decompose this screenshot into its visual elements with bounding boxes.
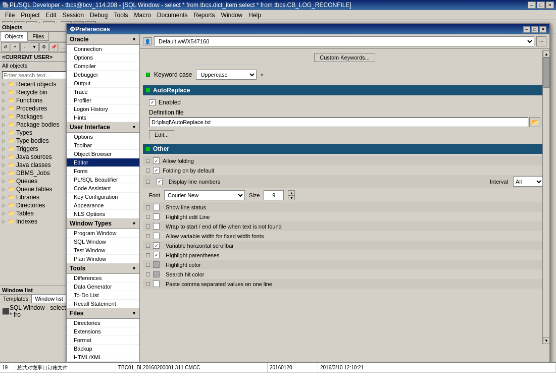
prefs-options[interactable]: Options	[67, 53, 139, 62]
prefs-object-browser[interactable]: Object Browser	[67, 150, 139, 158]
add-btn[interactable]: +	[11, 42, 20, 51]
size-up-btn[interactable]: ▲	[288, 190, 295, 195]
tree-item-java-sources[interactable]: ▷ 📁 Java sources	[0, 153, 70, 161]
prefs-plsql-beautifier[interactable]: PL/SQL Beautifier	[67, 176, 139, 184]
profile-menu-btn[interactable]: ···	[536, 36, 546, 46]
prefs-editor[interactable]: Editor	[67, 158, 139, 167]
pin2-btn[interactable]: 📌	[49, 42, 58, 51]
tab-templates[interactable]: Templates	[0, 295, 32, 303]
edit-btn[interactable]: Edit...	[149, 130, 174, 139]
prefs-hints[interactable]: Hints	[67, 114, 139, 122]
search-hit-checkbox[interactable]	[153, 271, 160, 277]
prefs-differences[interactable]: Differences	[67, 274, 139, 283]
prefs-program-window[interactable]: Program Window	[67, 229, 139, 238]
tab-files[interactable]: Files	[28, 32, 48, 41]
tree-item-procedures[interactable]: ▷ 📁 Procedures	[0, 104, 70, 113]
scroll-thumb[interactable]	[543, 58, 549, 88]
menu-file[interactable]: File	[2, 11, 18, 20]
highlight-color-checkbox[interactable]	[153, 261, 160, 268]
prefs-sql-window[interactable]: SQL Window	[67, 238, 139, 246]
prefs-profiler[interactable]: Profiler	[67, 96, 139, 105]
menu-help[interactable]: Help	[245, 11, 264, 20]
highlight-parens-checkbox[interactable]	[153, 252, 160, 258]
prefs-appearance[interactable]: Appearance	[67, 201, 139, 210]
menu-tools[interactable]: Tools	[111, 11, 131, 20]
size-down-btn[interactable]: ▼	[288, 195, 295, 200]
tree-item-java-classes[interactable]: ▷ 📁 Java classes	[0, 161, 70, 169]
prefs-recall-statement[interactable]: Recall Statement	[67, 300, 139, 308]
menu-debug[interactable]: Debug	[87, 11, 111, 20]
prefs-ui-options[interactable]: Options	[67, 133, 139, 141]
refresh-btn[interactable]: ↺	[1, 42, 10, 51]
browse-btn[interactable]: 📂	[529, 117, 540, 127]
prefs-section-user-interface[interactable]: User Interface ▼	[67, 122, 139, 133]
prefs-directories[interactable]: Directories	[67, 319, 139, 327]
tree-item-queues[interactable]: ▷ 📁 Queues	[0, 177, 70, 185]
interval-select[interactable]: All	[513, 177, 543, 187]
keyword-case-select[interactable]: Uppercase	[196, 70, 257, 80]
prefs-fonts[interactable]: Fonts	[67, 167, 139, 176]
remove-btn[interactable]: -	[20, 42, 29, 51]
highlight-edit-checkbox[interactable]	[153, 213, 160, 220]
prefs-debugger[interactable]: Debugger	[67, 71, 139, 79]
prefs-backup[interactable]: Backup	[67, 345, 139, 353]
tree-item-package-bodies[interactable]: ▷ 📁 Package bodies	[0, 121, 70, 129]
scroll-up-btn[interactable]: ▲	[543, 50, 549, 58]
font-size-input[interactable]	[264, 190, 284, 200]
prefs-code-assistant[interactable]: Code Assistant	[67, 184, 139, 193]
prefs-key-configuration[interactable]: Key Configuration	[67, 193, 139, 201]
tree-item-libraries[interactable]: ▷ 📁 Libraries	[0, 193, 70, 201]
menu-macro[interactable]: Macro	[131, 11, 154, 20]
menu-project[interactable]: Project	[18, 11, 42, 20]
props-btn[interactable]: ⚙	[39, 42, 48, 51]
tree-item-type-bodies[interactable]: ▷ 📁 Type bodies	[0, 137, 70, 145]
prefs-plan-window[interactable]: Plan Window	[67, 255, 139, 263]
prefs-section-tools[interactable]: Tools ▼	[67, 263, 139, 274]
autoreplace-enabled-checkbox[interactable]	[149, 99, 156, 106]
prefs-output[interactable]: Output	[67, 79, 139, 88]
line-numbers-checkbox[interactable]	[156, 179, 163, 185]
prefs-format[interactable]: Format	[67, 336, 139, 345]
folding-default-checkbox[interactable]	[153, 167, 160, 174]
tree-item-indexes[interactable]: ▷ 📁 Indexes	[0, 217, 70, 226]
menu-window[interactable]: Window	[218, 11, 246, 20]
prefs-ui-toolbar[interactable]: Toolbar	[67, 141, 139, 150]
prefs-section-window-types[interactable]: Window Types ▼	[67, 218, 139, 229]
prefs-trace[interactable]: Trace	[67, 88, 139, 96]
tree-item-recycle[interactable]: ▷ 📁 Recycle bin	[0, 88, 70, 96]
tree-item-tables[interactable]: ▷ 📁 Tables	[0, 209, 70, 217]
object-search-input[interactable]	[2, 71, 69, 79]
prefs-connection[interactable]: Connection	[67, 45, 139, 53]
tree-item-directories[interactable]: ▷ 📁 Directories	[0, 201, 70, 209]
show-line-status-checkbox[interactable]	[153, 204, 160, 210]
prefs-section-oracle[interactable]: Oracle ▼	[67, 34, 139, 45]
var-scrollbar-checkbox[interactable]	[153, 242, 160, 249]
variable-width-checkbox[interactable]	[153, 233, 160, 239]
prefs-todo-list[interactable]: To-Do List	[67, 291, 139, 300]
tree-item-packages[interactable]: ▷ 📁 Packages	[0, 113, 70, 121]
prefs-html-xml[interactable]: HTML/XML	[67, 353, 139, 362]
menu-edit[interactable]: Edit	[43, 11, 60, 20]
paste-csv-checkbox[interactable]	[153, 281, 160, 287]
prefs-compiler[interactable]: Compiler	[67, 62, 139, 71]
prefs-extensions[interactable]: Extensions	[67, 327, 139, 336]
profile-select[interactable]: Default wWX547160	[154, 36, 534, 46]
tree-item-dbms-jobs[interactable]: ▷ 📁 DBMS_Jobs	[0, 169, 70, 177]
tab-objects[interactable]: Objects	[0, 32, 28, 41]
prefs-logon-history[interactable]: Logon History	[67, 105, 139, 114]
prefs-section-files[interactable]: Files ▼	[67, 308, 139, 319]
tree-item-triggers[interactable]: ▷ 📁 Triggers	[0, 145, 70, 153]
tree-item-types[interactable]: ▷ 📁 Types	[0, 129, 70, 137]
window-list-item[interactable]: ⬛ SQL Window - select * fro	[0, 303, 70, 319]
prefs-nls-options[interactable]: NLS Options	[67, 210, 139, 218]
prefs-test-window[interactable]: Test Window	[67, 246, 139, 255]
tree-item-queue-tables[interactable]: ▷ 📁 Queue tables	[0, 185, 70, 193]
allow-folding-checkbox[interactable]	[153, 157, 160, 164]
dialog-close-btn[interactable]: ✕	[539, 26, 546, 33]
prefs-data-generator[interactable]: Data Generator	[67, 283, 139, 291]
menu-reports[interactable]: Reports	[191, 11, 218, 20]
close-btn[interactable]: ✕	[546, 2, 554, 9]
menu-session[interactable]: Session	[59, 11, 87, 20]
content-scrollbar[interactable]: ▲ ▼	[542, 50, 549, 344]
dialog-minimize-btn[interactable]: ─	[523, 26, 530, 33]
